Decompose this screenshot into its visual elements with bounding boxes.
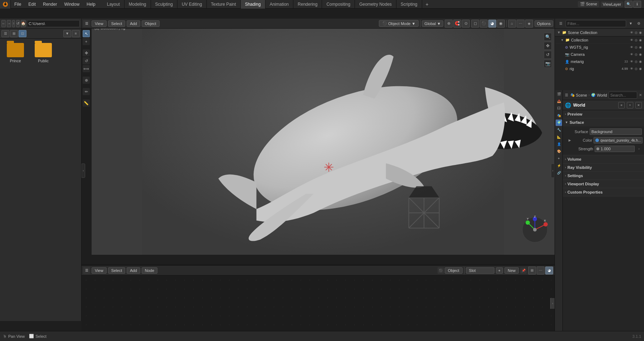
orbit-tool[interactable]: ↺ — [544, 51, 552, 59]
transform-tool[interactable]: ⊕ — [83, 77, 90, 84]
tab-animation[interactable]: Animation — [265, 0, 293, 9]
material-preview-btn[interactable]: ◕ — [488, 20, 496, 28]
viewlayer-selector[interactable]: ViewLayer — [601, 1, 623, 7]
measure-tool[interactable]: 📏 — [83, 99, 90, 107]
info-button-top[interactable]: ℹ — [633, 1, 641, 8]
world-breadcrumb[interactable]: World — [597, 93, 607, 97]
add-workspace-button[interactable]: + — [422, 0, 432, 9]
object-button[interactable]: Object — [142, 20, 160, 27]
left-panel-toggle[interactable]: ‹ — [82, 164, 85, 178]
modifier-prop-icon[interactable]: 📐 — [556, 134, 562, 140]
viewport-display-header[interactable]: › Viewport Display — [563, 180, 644, 188]
ray-visibility-header[interactable]: › Ray Visibility — [563, 164, 644, 171]
constraints-prop-icon[interactable]: 🔗 — [556, 170, 562, 176]
scene-prop-icon[interactable]: 🎭 — [556, 112, 562, 119]
transform-gizmo-btn[interactable]: ⊕ — [445, 20, 453, 28]
physics-prop-icon[interactable]: ⚡ — [556, 162, 562, 169]
node-canvas[interactable]: › — [82, 276, 555, 331]
viewlayer-prop-icon[interactable]: 🎞 — [556, 105, 562, 112]
wireframe-btn[interactable]: ◻ — [471, 20, 479, 28]
object-prop-icon[interactable]: 🔧 — [556, 127, 562, 133]
prop-menu-icon[interactable]: ☰ — [564, 92, 569, 99]
rotate-tool[interactable]: ↺ — [83, 57, 90, 64]
grab-tool-v[interactable]: ✥ — [83, 49, 90, 57]
object-mode-selector[interactable]: ⚫ Object Mode ▼ — [379, 20, 419, 27]
outliner-filter-btn[interactable]: ▼ — [628, 20, 634, 27]
color-value[interactable]: qwantani_puresky_4k.h... — [594, 137, 643, 143]
particles-prop-icon[interactable]: ✦ — [556, 155, 562, 162]
tab-texture-paint[interactable]: Texture Paint — [207, 0, 241, 9]
collection-row[interactable]: ▼ 📁 Collection 👁 ◎ ◉ — [555, 36, 644, 44]
global-selector[interactable]: Global ▼ — [422, 20, 443, 27]
snap-btn[interactable]: 🧲 — [453, 20, 461, 28]
nav-gizmo[interactable]: X Y Z — [521, 215, 549, 244]
settings-section-header[interactable]: › Settings — [563, 172, 644, 180]
overlay-btn[interactable]: ⋯ — [517, 20, 525, 28]
node-grid-btn[interactable]: ⋯ — [537, 267, 545, 274]
forward-button[interactable]: → — [7, 20, 11, 27]
outliner-settings-btn[interactable]: ⚙ — [635, 20, 642, 27]
world-new-btn[interactable]: + — [627, 102, 633, 108]
node-object-btn[interactable]: Object — [445, 267, 463, 274]
prop-search[interactable] — [609, 92, 637, 99]
path-input[interactable] — [27, 20, 80, 27]
scene-breadcrumb[interactable]: Scene — [576, 93, 587, 97]
sort-btn[interactable]: ≡ — [72, 30, 80, 37]
gizmo-toggle-btn[interactable]: ⌂ — [508, 20, 516, 28]
grid-view-btn2[interactable]: ⊡ — [19, 30, 26, 37]
tab-layout[interactable]: Layout — [103, 0, 125, 9]
tab-modeling[interactable]: Modeling — [125, 0, 151, 9]
list-view-btn[interactable]: ☰ — [1, 30, 9, 37]
preview-section-header[interactable]: › Preview — [563, 110, 644, 118]
scale-tool[interactable]: ⟺ — [83, 65, 90, 72]
tab-sculpting[interactable]: Sculpting — [151, 0, 177, 9]
node-pin-btn[interactable]: 📌 — [520, 267, 527, 274]
prop-close-btn[interactable]: ✕ — [639, 92, 643, 98]
volume-section-header[interactable]: › Volume — [563, 155, 644, 163]
options-button[interactable]: Options — [535, 20, 553, 27]
scene-collection-row[interactable]: ▼ 📁 Scene Collection 👁 ◎ ◉ — [555, 29, 644, 36]
blender-logo[interactable] — [0, 0, 11, 9]
view-button[interactable]: View — [92, 20, 107, 27]
outliner-menu-icon[interactable]: ☰ — [557, 20, 564, 27]
wgts-rig-row[interactable]: ⚙ WGTS_rig 👁 ◎ ◉ — [555, 44, 644, 51]
scene-selector[interactable]: 🎬 Scene — [578, 1, 599, 7]
menu-window[interactable]: Window — [60, 0, 83, 9]
menu-edit[interactable]: Edit — [25, 0, 39, 9]
camera-row[interactable]: 📷 Camera 👁 ◎ ◉ — [555, 51, 644, 58]
up-button[interactable]: ↑ — [12, 20, 15, 27]
select-tool[interactable]: ↖ — [83, 30, 90, 37]
render-prop-icon[interactable]: 🎬 — [556, 91, 562, 97]
node-add-btn[interactable]: Add — [127, 267, 140, 274]
strength-expand-btn[interactable]: › — [636, 146, 642, 152]
data-prop-icon[interactable]: 👤 — [556, 141, 562, 147]
rendered-btn[interactable]: ◉ — [497, 20, 505, 28]
surface-value[interactable]: Background — [590, 128, 642, 135]
node-node-btn[interactable]: Node — [142, 267, 157, 274]
proportional-btn[interactable]: ⊙ — [462, 20, 470, 28]
menu-file[interactable]: File — [11, 0, 25, 9]
world-x-btn[interactable]: ✕ — [635, 102, 642, 108]
node-view-btn[interactable]: View — [92, 267, 107, 274]
node-select-btn[interactable]: Select — [108, 267, 126, 274]
tab-scripting[interactable]: Scripting — [396, 0, 422, 9]
add-button[interactable]: Add — [127, 20, 140, 27]
outliner-search[interactable] — [566, 20, 626, 27]
filter-btn[interactable]: ▼ — [63, 30, 71, 37]
surface-section-header[interactable]: ▼ Surface — [563, 118, 644, 126]
cursor-tool[interactable]: + — [83, 38, 90, 45]
node-add-slot-btn[interactable]: + — [496, 267, 503, 274]
folder-prince[interactable]: Prince — [3, 42, 28, 64]
world-prop-icon[interactable]: 🌍 — [556, 120, 562, 126]
zoom-out-btn[interactable]: 🔍 — [544, 33, 552, 41]
menu-render[interactable]: Render — [39, 0, 60, 9]
grid-view-btn[interactable]: ⊞ — [10, 30, 18, 37]
tab-compositing[interactable]: Compositing — [322, 0, 355, 9]
world-browse-btn[interactable]: ≡ — [618, 102, 625, 108]
camera-view-tool[interactable]: 📷 — [544, 60, 552, 68]
grab-tool[interactable]: ✥ — [544, 42, 552, 50]
node-new-btn[interactable]: New — [504, 267, 519, 274]
material-prop-icon[interactable]: 🎨 — [556, 148, 562, 155]
select-button[interactable]: Select — [108, 20, 126, 27]
node-slot-selector[interactable]: Slot — [466, 267, 494, 274]
